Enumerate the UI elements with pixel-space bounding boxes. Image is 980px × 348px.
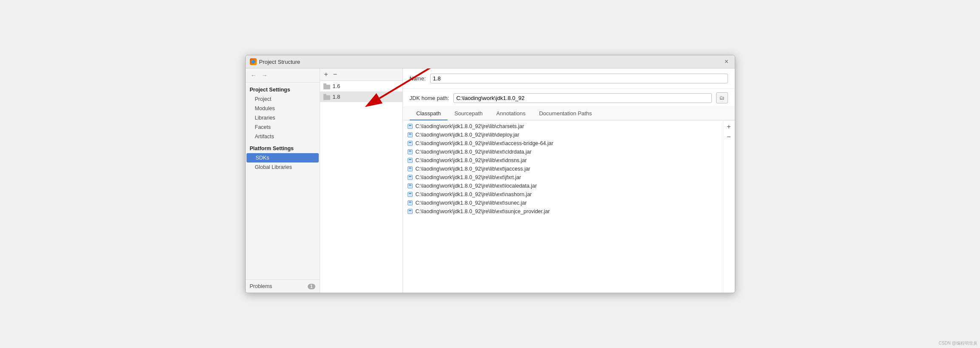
classpath-list-item[interactable]: C:\laoding\work\jdk1.8.0_92\jre\lib\ext\… [403, 173, 723, 182]
folder-icon-16 [323, 83, 330, 89]
title-bar-left: 🔷 Project Structure [250, 58, 300, 65]
tab-sourcepath[interactable]: Sourcepath [448, 107, 490, 120]
main-panel: + − 1.6 1.8 [320, 68, 735, 293]
sdk-item-18-label: 1.8 [333, 94, 340, 100]
title-bar: 🔷 Project Structure × [246, 55, 735, 68]
problems-badge: 1 [308, 284, 315, 289]
classpath-list-item[interactable]: C:\laoding\work\jdk1.8.0_92\jre\lib\depl… [403, 131, 723, 139]
project-settings-header: Project Settings [246, 83, 320, 94]
classpath-content: C:\laoding\work\jdk1.8.0_92\jre\lib\char… [403, 120, 735, 293]
classpath-list-item[interactable]: C:\laoding\work\jdk1.8.0_92\jre\lib\ext\… [403, 148, 723, 156]
sdk-list-panel: + − 1.6 1.8 [320, 68, 403, 293]
sdk-item-16[interactable]: 1.6 [320, 81, 402, 91]
platform-settings-header: Platform Settings [246, 141, 320, 153]
classpath-item-path: C:\laoding\work\jdk1.8.0_92\jre\lib\ext\… [416, 174, 521, 180]
jar-icon [407, 166, 413, 172]
problems-section: Problems 1 [246, 280, 320, 293]
sidebar-item-global-libraries[interactable]: Global Libraries [246, 163, 320, 172]
dialog-title: Project Structure [259, 59, 300, 65]
jar-icon [407, 183, 413, 189]
jar-icon [407, 200, 413, 206]
classpath-item-path: C:\laoding\work\jdk1.8.0_92\jre\lib\ext\… [416, 166, 530, 172]
classpath-item-path: C:\laoding\work\jdk1.8.0_92\jre\lib\ext\… [416, 208, 550, 214]
name-label: Name: [410, 75, 426, 82]
name-input[interactable] [430, 74, 728, 83]
watermark: CSDN @编程明世臭 [939, 340, 977, 346]
classpath-item-path: C:\laoding\work\jdk1.8.0_92\jre\lib\ext\… [416, 191, 532, 197]
classpath-item-path: C:\laoding\work\jdk1.8.0_92\jre\lib\depl… [416, 132, 519, 138]
classpath-list-item[interactable]: C:\laoding\work\jdk1.8.0_92\jre\lib\ext\… [403, 156, 723, 165]
sidebar-item-sdks[interactable]: SDKs [246, 153, 319, 163]
classpath-list-item[interactable]: C:\laoding\work\jdk1.8.0_92\jre\lib\char… [403, 122, 723, 131]
sidebar-item-facets[interactable]: Facets [246, 123, 320, 132]
jar-icon [407, 157, 413, 163]
classpath-list-item[interactable]: C:\laoding\work\jdk1.8.0_92\jre\lib\ext\… [403, 165, 723, 173]
problems-label: Problems [250, 283, 272, 289]
back-button[interactable]: ← [249, 71, 258, 80]
jar-icon [407, 140, 413, 146]
forward-button[interactable]: → [260, 71, 269, 80]
classpath-add-button[interactable]: + [724, 122, 734, 131]
classpath-item-path: C:\laoding\work\jdk1.8.0_92\jre\lib\ext\… [416, 157, 527, 163]
sdk-item-18[interactable]: 1.8 [320, 91, 402, 102]
close-button[interactable]: × [723, 58, 731, 66]
detail-panel: Name: JDK home path: 🗂 Classpath Sourcep… [403, 68, 735, 293]
sidebar-item-modules[interactable]: Modules [246, 104, 320, 113]
sdk-add-button[interactable]: + [323, 70, 330, 79]
tab-classpath[interactable]: Classpath [410, 107, 448, 120]
nav-controls: ← → [246, 68, 320, 83]
jar-icon [407, 174, 413, 180]
classpath-list: C:\laoding\work\jdk1.8.0_92\jre\lib\char… [403, 120, 723, 293]
jar-icon [407, 132, 413, 138]
classpath-item-path: C:\laoding\work\jdk1.8.0_92\jre\lib\ext\… [416, 183, 537, 189]
classpath-item-path: C:\laoding\work\jdk1.8.0_92\jre\lib\ext\… [416, 200, 527, 206]
sidebar-item-artifacts[interactable]: Artifacts [246, 132, 320, 141]
classpath-side-toolbar: + − [723, 120, 735, 293]
sdk-remove-button[interactable]: − [331, 70, 339, 79]
jar-icon [407, 191, 413, 197]
sidebar-item-project[interactable]: Project [246, 94, 320, 104]
sidebar: ← → Project Settings Project Modules Lib… [246, 68, 320, 293]
classpath-remove-button[interactable]: − [724, 132, 734, 142]
tab-documentation-paths[interactable]: Documentation Paths [532, 107, 598, 120]
jdk-path-row: JDK home path: 🗂 [403, 89, 735, 107]
tabs-row: Classpath Sourcepath Annotations Documen… [403, 107, 735, 120]
sidebar-item-libraries[interactable]: Libraries [246, 113, 320, 123]
app-icon: 🔷 [250, 58, 257, 65]
classpath-list-item[interactable]: C:\laoding\work\jdk1.8.0_92\jre\lib\ext\… [403, 199, 723, 207]
classpath-list-item[interactable]: C:\laoding\work\jdk1.8.0_92\jre\lib\ext\… [403, 139, 723, 148]
tab-annotations[interactable]: Annotations [490, 107, 532, 120]
sdk-list-toolbar: + − [320, 68, 402, 81]
jar-icon [407, 208, 413, 214]
classpath-list-item[interactable]: C:\laoding\work\jdk1.8.0_92\jre\lib\ext\… [403, 182, 723, 190]
jar-icon [407, 123, 413, 129]
classpath-list-item[interactable]: C:\laoding\work\jdk1.8.0_92\jre\lib\ext\… [403, 207, 723, 216]
classpath-item-path: C:\laoding\work\jdk1.8.0_92\jre\lib\char… [416, 123, 524, 129]
sdk-list-content: 1.6 1.8 [320, 81, 402, 293]
classpath-item-path: C:\laoding\work\jdk1.8.0_92\jre\lib\ext\… [416, 140, 553, 146]
browse-icon: 🗂 [719, 95, 725, 101]
name-row: Name: [403, 68, 735, 89]
classpath-item-path: C:\laoding\work\jdk1.8.0_92\jre\lib\ext\… [416, 149, 532, 155]
content-area: ← → Project Settings Project Modules Lib… [246, 68, 735, 293]
jdk-path-label: JDK home path: [410, 95, 449, 101]
browse-button[interactable]: 🗂 [716, 92, 728, 103]
jar-icon [407, 149, 413, 155]
project-structure-dialog: 🔷 Project Structure × ← → Project Settin… [245, 55, 735, 293]
folder-icon-18 [323, 94, 330, 100]
jdk-path-input[interactable] [453, 93, 712, 103]
classpath-list-item[interactable]: C:\laoding\work\jdk1.8.0_92\jre\lib\ext\… [403, 190, 723, 199]
sdk-item-16-label: 1.6 [333, 83, 340, 89]
